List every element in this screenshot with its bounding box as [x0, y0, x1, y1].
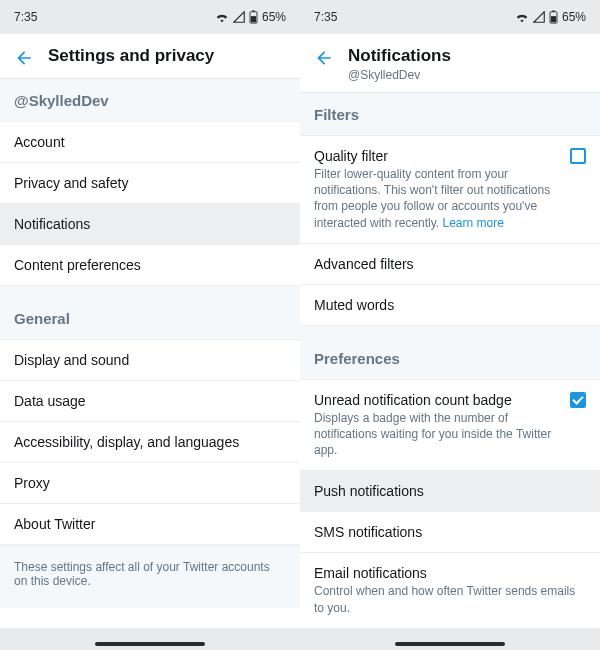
- general-item-label: Display and sound: [14, 352, 286, 368]
- preferences-header: Preferences: [300, 326, 600, 380]
- sms-label: SMS notifications: [314, 524, 586, 540]
- back-arrow-icon: [314, 48, 334, 68]
- back-button[interactable]: [14, 46, 42, 68]
- quality-filter-label: Quality filter: [314, 148, 556, 164]
- general-section-header: General: [0, 286, 300, 340]
- notifications-content: Filters Quality filter Filter lower-qual…: [300, 93, 600, 650]
- badge-checkbox[interactable]: [570, 392, 586, 408]
- page-title: Settings and privacy: [48, 46, 214, 66]
- email-desc: Control when and how often Twitter sends…: [314, 583, 586, 615]
- general-item-data-usage[interactable]: Data usage: [0, 381, 300, 422]
- battery-icon: [549, 10, 558, 24]
- svg-rect-2: [251, 16, 256, 22]
- settings-item-content-preferences[interactable]: Content preferences: [0, 245, 300, 286]
- advanced-filters-label: Advanced filters: [314, 256, 586, 272]
- status-bar: 7:35 65%: [0, 0, 300, 34]
- battery-icon: [249, 10, 258, 24]
- status-right: 65%: [215, 10, 286, 24]
- settings-content: @SkylledDev AccountPrivacy and safetyNot…: [0, 79, 300, 650]
- muted-words-row[interactable]: Muted words: [300, 285, 600, 326]
- battery-percent: 65%: [562, 10, 586, 24]
- signal-icon: [233, 11, 245, 23]
- settings-item-notifications[interactable]: Notifications: [0, 204, 300, 245]
- general-item-proxy[interactable]: Proxy: [0, 463, 300, 504]
- settings-item-label: Notifications: [14, 216, 286, 232]
- svg-rect-1: [252, 10, 255, 11]
- general-item-about-twitter[interactable]: About Twitter: [0, 504, 300, 545]
- push-notifications-row[interactable]: Push notifications: [300, 471, 600, 512]
- general-item-label: Data usage: [14, 393, 286, 409]
- status-time: 7:35: [14, 10, 37, 24]
- badge-row[interactable]: Unread notification count badge Displays…: [300, 380, 600, 472]
- settings-item-label: Account: [14, 134, 286, 150]
- wifi-icon: [215, 11, 229, 23]
- settings-item-label: Privacy and safety: [14, 175, 286, 191]
- status-bar: 7:35 65%: [300, 0, 600, 34]
- badge-label: Unread notification count badge: [314, 392, 556, 408]
- signal-icon: [533, 11, 545, 23]
- back-button[interactable]: [314, 46, 342, 68]
- nav-indicator: [95, 642, 205, 646]
- svg-rect-4: [552, 10, 555, 11]
- badge-desc: Displays a badge with the number of noti…: [314, 410, 556, 459]
- nav-indicator: [395, 642, 505, 646]
- status-right: 65%: [515, 10, 586, 24]
- quality-filter-row[interactable]: Quality filter Filter lower-quality cont…: [300, 136, 600, 244]
- general-item-label: Proxy: [14, 475, 286, 491]
- filters-header: Filters: [300, 93, 600, 136]
- learn-more-link[interactable]: Learn more: [443, 216, 504, 230]
- advanced-filters-row[interactable]: Advanced filters: [300, 244, 600, 285]
- settings-item-label: Content preferences: [14, 257, 286, 273]
- user-section-header: @SkylledDev: [0, 79, 300, 122]
- app-bar: Notifications @SkylledDev: [300, 34, 600, 93]
- status-time: 7:35: [314, 10, 337, 24]
- footnote: These settings affect all of your Twitte…: [0, 545, 300, 608]
- page-subtitle: @SkylledDev: [348, 68, 451, 82]
- muted-words-label: Muted words: [314, 297, 586, 313]
- page-title: Notifications: [348, 46, 451, 66]
- quality-filter-checkbox[interactable]: [570, 148, 586, 164]
- wifi-icon: [515, 11, 529, 23]
- general-item-label: Accessibility, display, and languages: [14, 434, 286, 450]
- battery-percent: 65%: [262, 10, 286, 24]
- app-bar: Settings and privacy: [0, 34, 300, 79]
- bottom-gutter: [300, 628, 600, 650]
- notifications-screen: 7:35 65% Notifications @SkylledDev Filte…: [300, 0, 600, 650]
- email-label: Email notifications: [314, 565, 586, 581]
- settings-item-account[interactable]: Account: [0, 122, 300, 163]
- settings-item-privacy-and-safety[interactable]: Privacy and safety: [0, 163, 300, 204]
- email-notifications-row[interactable]: Email notifications Control when and how…: [300, 553, 600, 627]
- svg-rect-5: [551, 16, 556, 22]
- general-item-accessibility-display-and-languages[interactable]: Accessibility, display, and languages: [0, 422, 300, 463]
- bottom-gutter: [0, 628, 300, 650]
- push-label: Push notifications: [314, 483, 586, 499]
- general-item-label: About Twitter: [14, 516, 286, 532]
- back-arrow-icon: [14, 48, 34, 68]
- general-item-display-and-sound[interactable]: Display and sound: [0, 340, 300, 381]
- quality-filter-desc: Filter lower-quality content from your n…: [314, 166, 556, 231]
- settings-screen: 7:35 65% Settings and privacy @SkylledDe…: [0, 0, 300, 650]
- sms-notifications-row[interactable]: SMS notifications: [300, 512, 600, 553]
